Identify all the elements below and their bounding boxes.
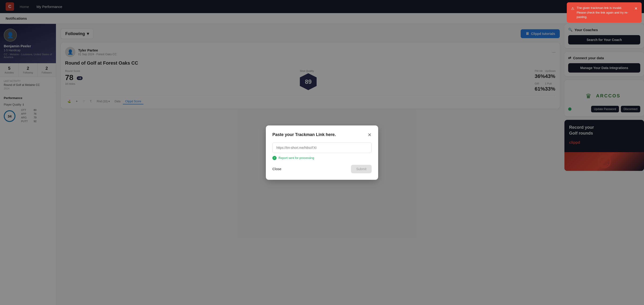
modal-success-icon: ✓ — [272, 156, 276, 160]
modal-close-x-button[interactable]: ✕ — [368, 132, 372, 138]
modal-submit-button[interactable]: Submit — [351, 165, 372, 173]
modal-title: Paste your Trackman Link here. — [272, 132, 336, 137]
modal-overlay[interactable]: Paste your Trackman Link here. ✕ ✓ Repor… — [0, 0, 644, 305]
modal-header: Paste your Trackman Link here. ✕ — [272, 132, 372, 138]
toast-close-button[interactable]: ✕ — [634, 6, 638, 12]
toast-warning-icon: ⚠ — [571, 6, 574, 12]
modal-footer: Close Submit — [272, 165, 372, 173]
modal-close-button[interactable]: Close — [272, 167, 281, 171]
modal-success-row: ✓ Report sent for processing — [272, 156, 372, 160]
trackman-link-input[interactable] — [272, 142, 372, 153]
modal-success-text: Report sent for processing — [278, 156, 314, 160]
toast-message: The given trackman link is invalid. Plea… — [576, 6, 632, 20]
trackman-modal: Paste your Trackman Link here. ✕ ✓ Repor… — [266, 126, 378, 180]
error-toast: ⚠ The given trackman link is invalid. Pl… — [567, 2, 642, 23]
